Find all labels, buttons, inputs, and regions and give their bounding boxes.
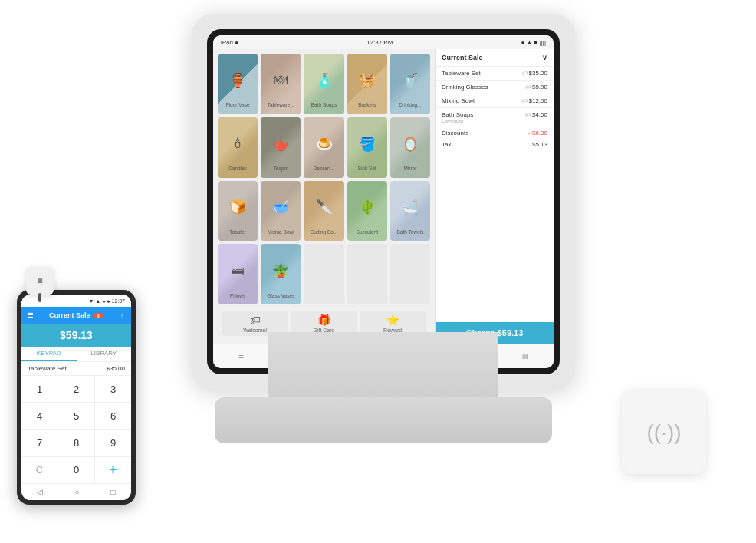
product-bath-soaps[interactable]: 🧴 Bath Soaps (304, 54, 343, 114)
product-candles[interactable]: 🕯 Candles (218, 117, 258, 178)
bath-towels-label: Bath Towels (395, 229, 425, 235)
floor-vase-label: Floor Vase (225, 101, 251, 108)
mirror-label: Mirror (402, 165, 418, 172)
baskets-thumb: 🧺 (347, 59, 387, 101)
key-9[interactable]: 9 (95, 430, 131, 456)
product-empty-1 (304, 244, 343, 304)
phone: ■ ▼ ▲ ● ● 12:37 ☰ Current Sale 8 ⋮ (17, 290, 136, 505)
key-0[interactable]: 0 (58, 457, 94, 483)
current-sale-sidebar: Current Sale ∨ Tableware Set 🏷$35.00 (435, 49, 554, 344)
tableware-label: Tableware... (266, 101, 296, 108)
tablet-status-bar: iPad ● 12:37 PM ● ▲ ■ |||| (213, 35, 554, 49)
phone-nav-icon: ☰ (28, 312, 33, 319)
key-5[interactable]: 5 (58, 403, 94, 429)
menu-icon: ☰ (238, 353, 244, 360)
reward-icon: ⭐ (386, 314, 399, 326)
welcome-icon: 🏷 (250, 314, 261, 326)
sale-item-sub-soaps: Lavender (442, 118, 473, 123)
tag-icon-4: 🏷 (525, 112, 531, 117)
product-mirror[interactable]: 🪞 Mirror (390, 117, 430, 178)
square-reader-icon: ■ (37, 275, 42, 286)
product-tableware[interactable]: 🍽 Tableware... (261, 54, 301, 114)
candles-label: Candles (227, 165, 248, 172)
product-cutting[interactable]: 🔪 Cutting Bo... (304, 181, 343, 242)
phone-status-right: ▼ ▲ ● ● 12:37 (88, 298, 125, 304)
product-grid-area: 🏺 Floor Vase 🍽 Tableware... 🧴 Bath Soap (213, 49, 435, 344)
dessert-label: Dessert... (312, 165, 337, 172)
phone-recents-icon[interactable]: □ (110, 488, 115, 496)
product-row-2: 🕯 Candles 🫖 Teapot 🍮 Dessert... (218, 117, 430, 178)
product-drinking[interactable]: 🥤 Drinking... (390, 54, 430, 114)
mirror-thumb: 🪞 (390, 123, 430, 165)
square-contactless-reader: ((·)) (622, 390, 706, 474)
key-6[interactable]: 6 (95, 403, 131, 429)
product-baskets[interactable]: 🧺 Baskets (347, 54, 387, 114)
nav-menu[interactable]: ☰ (213, 344, 270, 368)
scene: ■ ▼ ▲ ● ● 12:37 ☰ Current Sale 8 ⋮ (0, 0, 756, 543)
bath-soaps-label: Bath Soaps (310, 101, 339, 108)
sink-label: Sink Set (357, 165, 378, 172)
pillows-thumb: 🛏 (218, 250, 258, 292)
key-8[interactable]: 8 (58, 430, 94, 456)
key-plus[interactable]: + (95, 457, 131, 483)
discounts-value: - $6.00 (528, 130, 547, 137)
key-3[interactable]: 3 (95, 376, 131, 402)
product-empty-2 (347, 244, 387, 304)
tag-icon-2: 🏷 (525, 84, 531, 90)
glass-vases-thumb: 🪴 (261, 250, 301, 292)
contactless-icon: ((·)) (645, 413, 683, 451)
key-7[interactable]: 7 (21, 430, 58, 456)
sale-item-name-drinking: Drinking Glasses (442, 84, 488, 90)
tableware-thumb: 🍽 (261, 59, 301, 101)
product-teapot[interactable]: 🫖 Teapot (261, 117, 301, 178)
tablet-inner: iPad ● 12:37 PM ● ▲ ■ |||| 🏺 F (207, 29, 560, 374)
phone-nav-more: ⋮ (119, 312, 125, 319)
product-floor-vase[interactable]: 🏺 Floor Vase (218, 54, 258, 114)
key-clear[interactable]: C (21, 457, 58, 483)
key-1[interactable]: 1 (21, 376, 58, 402)
mixing-thumb: 🥣 (261, 186, 301, 229)
bath-soaps-thumb: 🧴 (304, 59, 343, 101)
stand-base (215, 397, 552, 443)
bath-towels-thumb: 🛁 (390, 186, 430, 229)
tablet-kiosk: iPad ● 12:37 PM ● ▲ ■ |||| 🏺 F (169, 14, 598, 535)
svg-text:((·)): ((·)) (646, 420, 681, 444)
pillows-label: Pillows (228, 292, 247, 299)
sale-item-soaps[interactable]: Bath Soaps Lavender 🏷$4.00 (436, 108, 554, 127)
candles-thumb: 🕯 (218, 123, 258, 165)
phone-back-icon[interactable]: ◁ (37, 488, 43, 496)
phone-tab-library[interactable]: LIBRARY (77, 347, 132, 361)
phone-tab-keypad[interactable]: KEYPAD (21, 347, 77, 361)
product-sink[interactable]: 🪣 Sink Set (347, 117, 387, 178)
key-4[interactable]: 4 (21, 403, 58, 429)
product-bath-towels[interactable]: 🛁 Bath Towels (390, 181, 430, 242)
key-2[interactable]: 2 (58, 376, 94, 402)
cutting-thumb: 🔪 (304, 186, 343, 229)
phone-nav-title: Current Sale 8 (49, 311, 103, 319)
product-pillows[interactable]: 🛏 Pillows (218, 244, 258, 304)
product-mixing[interactable]: 🥣 Mixing Bowl (261, 181, 301, 242)
succulent-thumb: 🌵 (347, 186, 387, 229)
mixing-label: Mixing Bowl (266, 229, 296, 235)
tablet-content: 🏺 Floor Vase 🍽 Tableware... 🧴 Bath Soap (213, 49, 554, 344)
product-toaster[interactable]: 🍞 Toaster (218, 181, 258, 242)
phone-tabs: KEYPAD LIBRARY (21, 347, 131, 362)
phone-nav-bar: ☰ Current Sale 8 ⋮ (21, 307, 131, 324)
sale-item-mixing[interactable]: Mixing Bowl 🏷$12.00 (436, 94, 554, 108)
welcome-label: Welcome! (243, 327, 267, 333)
toaster-thumb: 🍞 (218, 186, 258, 229)
phone-outer: ■ ▼ ▲ ● ● 12:37 ☰ Current Sale 8 ⋮ (17, 290, 136, 505)
tablet-status-right: ● ▲ ■ |||| (521, 39, 546, 46)
sale-item-tableware[interactable]: Tableware Set 🏷$35.00 (436, 67, 554, 81)
sale-item-drinking[interactable]: Drinking Glasses 🏷$9.00 (436, 81, 554, 94)
nav-calculator[interactable]: ▤ (498, 344, 554, 368)
toaster-label: Toaster (228, 229, 247, 235)
product-dessert[interactable]: 🍮 Dessert... (304, 117, 343, 178)
phone-screen: ▼ ▲ ● ● 12:37 ☰ Current Sale 8 ⋮ $59.13 (21, 295, 131, 500)
tablet-screen: iPad ● 12:37 PM ● ▲ ■ |||| 🏺 F (213, 35, 554, 368)
tag-icon: 🏷 (522, 71, 528, 76)
product-succulent[interactable]: 🌵 Succulent (347, 181, 387, 242)
phone-item-row: Tableware Set $35.00 (21, 362, 131, 376)
product-glass-vases[interactable]: 🪴 Glass Vases (261, 244, 301, 304)
phone-home-icon[interactable]: ○ (74, 488, 79, 496)
